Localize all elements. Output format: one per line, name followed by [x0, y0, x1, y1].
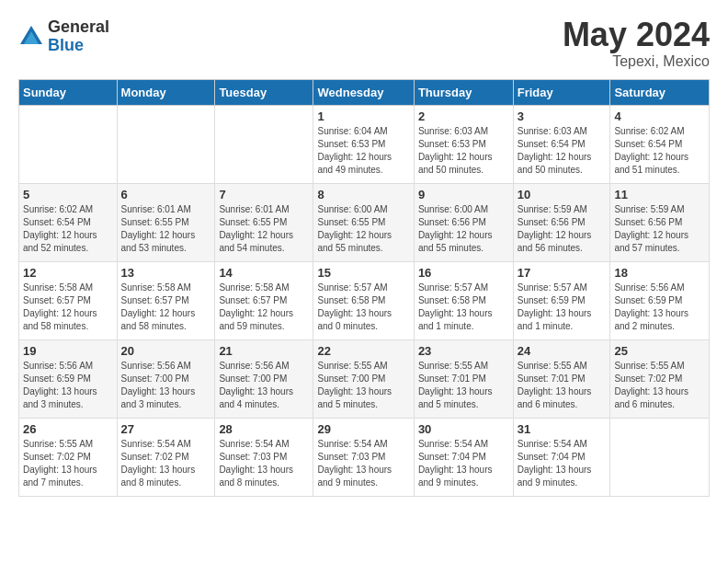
- day-number: 1: [317, 109, 409, 123]
- calendar-cell: 10Sunrise: 5:59 AM Sunset: 6:56 PM Dayli…: [513, 184, 610, 262]
- day-number: 19: [23, 344, 113, 358]
- day-info: Sunrise: 5:54 AM Sunset: 7:03 PM Dayligh…: [219, 438, 309, 489]
- calendar-cell: [19, 106, 118, 184]
- calendar-cell: 7Sunrise: 6:01 AM Sunset: 6:55 PM Daylig…: [215, 184, 313, 262]
- calendar-cell: 27Sunrise: 5:54 AM Sunset: 7:02 PM Dayli…: [117, 419, 215, 497]
- day-number: 9: [418, 188, 509, 201]
- logo-icon: [18, 24, 44, 50]
- calendar-cell: 31Sunrise: 5:54 AM Sunset: 7:04 PM Dayli…: [513, 419, 610, 497]
- day-info: Sunrise: 5:56 AM Sunset: 6:59 PM Dayligh…: [614, 282, 705, 333]
- calendar-week-1: 5Sunrise: 6:02 AM Sunset: 6:54 PM Daylig…: [19, 184, 710, 262]
- day-info: Sunrise: 5:57 AM Sunset: 6:58 PM Dayligh…: [418, 282, 509, 333]
- day-number: 25: [614, 344, 705, 358]
- day-info: Sunrise: 5:55 AM Sunset: 7:02 PM Dayligh…: [614, 360, 705, 411]
- day-info: Sunrise: 6:00 AM Sunset: 6:55 PM Dayligh…: [317, 203, 409, 255]
- calendar-cell: 11Sunrise: 5:59 AM Sunset: 6:56 PM Dayli…: [610, 184, 710, 262]
- day-number: 17: [518, 266, 607, 280]
- calendar-cell: 4Sunrise: 6:02 AM Sunset: 6:54 PM Daylig…: [610, 106, 710, 184]
- calendar-cell: 16Sunrise: 5:57 AM Sunset: 6:58 PM Dayli…: [414, 262, 513, 340]
- day-info: Sunrise: 6:04 AM Sunset: 6:53 PM Dayligh…: [317, 125, 409, 177]
- day-info: Sunrise: 5:55 AM Sunset: 7:01 PM Dayligh…: [418, 360, 509, 411]
- calendar-week-0: 1Sunrise: 6:04 AM Sunset: 6:53 PM Daylig…: [19, 106, 710, 184]
- day-info: Sunrise: 5:57 AM Sunset: 6:59 PM Dayligh…: [518, 282, 607, 333]
- day-number: 30: [418, 422, 509, 436]
- day-number: 31: [518, 422, 607, 436]
- day-info: Sunrise: 6:03 AM Sunset: 6:53 PM Dayligh…: [418, 125, 509, 177]
- day-number: 10: [518, 188, 607, 201]
- logo-blue-text: Blue: [48, 37, 109, 55]
- day-info: Sunrise: 6:02 AM Sunset: 6:54 PM Dayligh…: [614, 125, 705, 177]
- weekday-header-wednesday: Wednesday: [313, 80, 414, 106]
- calendar-cell: 18Sunrise: 5:56 AM Sunset: 6:59 PM Dayli…: [610, 262, 710, 340]
- day-number: 16: [418, 266, 509, 280]
- calendar-cell: 26Sunrise: 5:55 AM Sunset: 7:02 PM Dayli…: [19, 419, 118, 497]
- day-info: Sunrise: 6:00 AM Sunset: 6:56 PM Dayligh…: [418, 203, 509, 255]
- day-info: Sunrise: 5:56 AM Sunset: 7:00 PM Dayligh…: [121, 360, 211, 411]
- calendar-cell: 19Sunrise: 5:56 AM Sunset: 6:59 PM Dayli…: [19, 340, 118, 419]
- day-info: Sunrise: 6:01 AM Sunset: 6:55 PM Dayligh…: [219, 203, 309, 255]
- calendar-table: SundayMondayTuesdayWednesdayThursdayFrid…: [18, 79, 710, 497]
- calendar-cell: 14Sunrise: 5:58 AM Sunset: 6:57 PM Dayli…: [215, 262, 313, 340]
- calendar-cell: [117, 106, 215, 184]
- calendar-header: SundayMondayTuesdayWednesdayThursdayFrid…: [19, 80, 710, 106]
- calendar-cell: 13Sunrise: 5:58 AM Sunset: 6:57 PM Dayli…: [117, 262, 215, 340]
- calendar-cell: 30Sunrise: 5:54 AM Sunset: 7:04 PM Dayli…: [414, 419, 513, 497]
- calendar-cell: 9Sunrise: 6:00 AM Sunset: 6:56 PM Daylig…: [414, 184, 513, 262]
- weekday-row: SundayMondayTuesdayWednesdayThursdayFrid…: [19, 80, 710, 106]
- day-info: Sunrise: 6:03 AM Sunset: 6:54 PM Dayligh…: [518, 125, 607, 177]
- calendar-cell: 3Sunrise: 6:03 AM Sunset: 6:54 PM Daylig…: [513, 106, 610, 184]
- weekday-header-sunday: Sunday: [19, 80, 118, 106]
- calendar-cell: 2Sunrise: 6:03 AM Sunset: 6:53 PM Daylig…: [414, 106, 513, 184]
- day-info: Sunrise: 5:56 AM Sunset: 6:59 PM Dayligh…: [23, 360, 113, 411]
- logo-general-text: General: [48, 18, 109, 37]
- day-info: Sunrise: 5:54 AM Sunset: 7:02 PM Dayligh…: [121, 438, 211, 489]
- day-number: 4: [614, 109, 705, 123]
- day-info: Sunrise: 5:59 AM Sunset: 6:56 PM Dayligh…: [518, 203, 607, 255]
- day-number: 28: [219, 422, 309, 436]
- day-number: 27: [121, 422, 211, 436]
- day-info: Sunrise: 6:01 AM Sunset: 6:55 PM Dayligh…: [121, 203, 211, 255]
- calendar-cell: [610, 419, 710, 497]
- day-info: Sunrise: 5:55 AM Sunset: 7:00 PM Dayligh…: [317, 360, 409, 411]
- weekday-header-saturday: Saturday: [610, 80, 710, 106]
- day-info: Sunrise: 5:59 AM Sunset: 6:56 PM Dayligh…: [614, 203, 705, 255]
- day-number: 23: [418, 344, 509, 358]
- day-number: 8: [317, 188, 409, 201]
- day-number: 2: [418, 109, 509, 123]
- day-number: 13: [121, 266, 211, 280]
- day-info: Sunrise: 5:58 AM Sunset: 6:57 PM Dayligh…: [121, 282, 211, 333]
- day-info: Sunrise: 5:58 AM Sunset: 6:57 PM Dayligh…: [23, 282, 113, 333]
- calendar-cell: 1Sunrise: 6:04 AM Sunset: 6:53 PM Daylig…: [313, 106, 414, 184]
- day-number: 11: [614, 188, 705, 201]
- day-info: Sunrise: 5:54 AM Sunset: 7:04 PM Dayligh…: [418, 438, 509, 489]
- day-number: 15: [317, 266, 409, 280]
- day-number: 26: [23, 422, 113, 436]
- calendar-week-4: 26Sunrise: 5:55 AM Sunset: 7:02 PM Dayli…: [19, 419, 710, 497]
- month-year-title: May 2024: [563, 18, 710, 52]
- day-number: 6: [121, 188, 211, 201]
- page-header: General Blue May 2024 Tepexi, Mexico: [18, 18, 710, 70]
- calendar-cell: 29Sunrise: 5:54 AM Sunset: 7:03 PM Dayli…: [313, 419, 414, 497]
- calendar-cell: 22Sunrise: 5:55 AM Sunset: 7:00 PM Dayli…: [313, 340, 414, 419]
- weekday-header-monday: Monday: [117, 80, 215, 106]
- location-subtitle: Tepexi, Mexico: [563, 53, 710, 70]
- calendar-cell: 8Sunrise: 6:00 AM Sunset: 6:55 PM Daylig…: [313, 184, 414, 262]
- weekday-header-tuesday: Tuesday: [215, 80, 313, 106]
- calendar-week-3: 19Sunrise: 5:56 AM Sunset: 6:59 PM Dayli…: [19, 340, 710, 419]
- day-info: Sunrise: 5:54 AM Sunset: 7:03 PM Dayligh…: [317, 438, 409, 489]
- day-number: 12: [23, 266, 113, 280]
- day-number: 14: [219, 266, 309, 280]
- calendar-cell: 15Sunrise: 5:57 AM Sunset: 6:58 PM Dayli…: [313, 262, 414, 340]
- day-info: Sunrise: 6:02 AM Sunset: 6:54 PM Dayligh…: [23, 203, 113, 255]
- calendar-cell: 12Sunrise: 5:58 AM Sunset: 6:57 PM Dayli…: [19, 262, 118, 340]
- calendar-cell: 20Sunrise: 5:56 AM Sunset: 7:00 PM Dayli…: [117, 340, 215, 419]
- day-number: 29: [317, 422, 409, 436]
- day-info: Sunrise: 5:56 AM Sunset: 7:00 PM Dayligh…: [219, 360, 309, 411]
- day-info: Sunrise: 5:55 AM Sunset: 7:02 PM Dayligh…: [23, 438, 113, 489]
- calendar-cell: 28Sunrise: 5:54 AM Sunset: 7:03 PM Dayli…: [215, 419, 313, 497]
- title-block: May 2024 Tepexi, Mexico: [563, 18, 710, 70]
- day-number: 18: [614, 266, 705, 280]
- day-number: 22: [317, 344, 409, 358]
- day-info: Sunrise: 5:58 AM Sunset: 6:57 PM Dayligh…: [219, 282, 309, 333]
- calendar-cell: 25Sunrise: 5:55 AM Sunset: 7:02 PM Dayli…: [610, 340, 710, 419]
